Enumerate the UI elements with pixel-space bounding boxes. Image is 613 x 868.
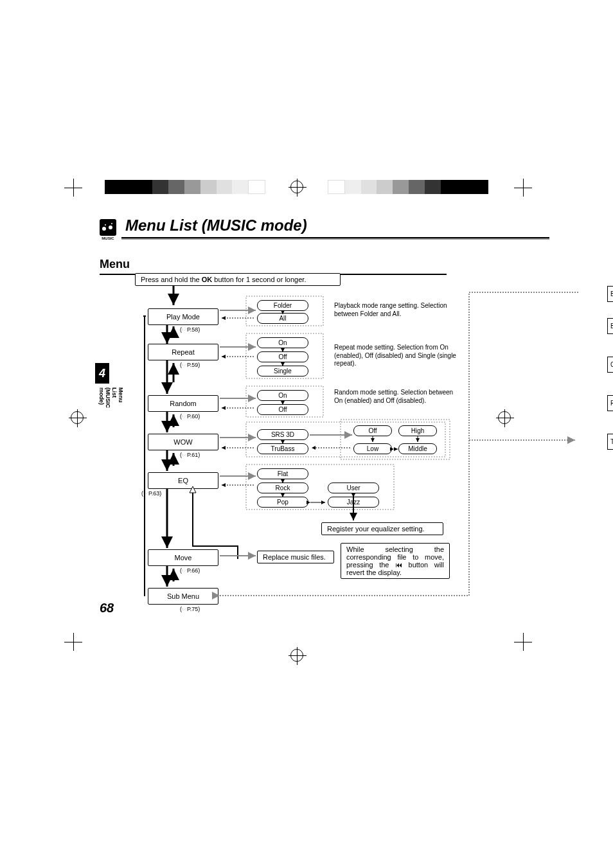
svg-rect-3 bbox=[246, 422, 445, 457]
registration-mark bbox=[290, 649, 303, 662]
registration-mark bbox=[71, 411, 84, 424]
music-mode-icon bbox=[100, 219, 116, 236]
diagram-arrows bbox=[129, 273, 610, 633]
side-running-head: Menu List (MUSIC mode) bbox=[98, 387, 124, 408]
registration-bars bbox=[105, 180, 265, 194]
crop-mark bbox=[64, 633, 82, 651]
svg-rect-0 bbox=[246, 296, 323, 326]
page-heading: MUSIC Menu List (MUSIC mode) bbox=[100, 215, 549, 240]
registration-mark bbox=[290, 181, 303, 193]
registration-bars bbox=[328, 180, 488, 194]
svg-rect-1 bbox=[246, 333, 323, 378]
svg-rect-2 bbox=[246, 386, 323, 417]
page-content: MUSIC Menu List (MUSIC mode) Menu 4 Menu… bbox=[100, 215, 549, 275]
page-number: 68 bbox=[100, 601, 114, 616]
menu-flow-diagram: Press and hold the OK button for 1 secon… bbox=[129, 273, 610, 633]
crop-mark bbox=[64, 179, 82, 197]
svg-rect-5 bbox=[341, 420, 450, 459]
music-mode-icon-label: MUSIC bbox=[100, 236, 116, 240]
page-title: Menu List (MUSIC mode) bbox=[121, 215, 549, 236]
crop-mark bbox=[514, 179, 532, 197]
chapter-tab: 4 bbox=[95, 363, 109, 384]
section-title: Menu bbox=[100, 258, 549, 271]
crop-mark bbox=[514, 633, 532, 651]
